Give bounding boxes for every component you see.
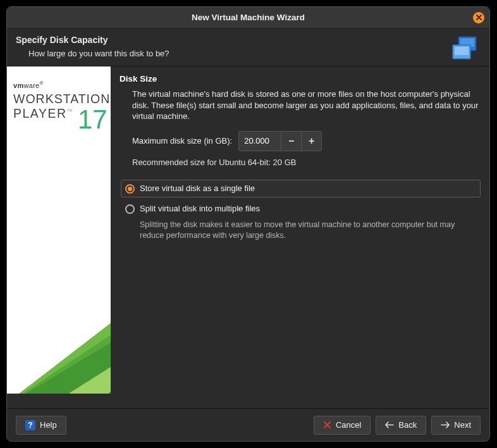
back-button[interactable]: Back bbox=[376, 416, 426, 435]
radio-split-files[interactable]: Split virtual disk into multiple files bbox=[121, 200, 481, 218]
svg-rect-3 bbox=[455, 47, 469, 55]
radio-split-description: Splitting the disk makes it easier to mo… bbox=[140, 220, 474, 241]
back-label: Back bbox=[398, 420, 417, 430]
next-button[interactable]: Next bbox=[431, 416, 481, 435]
disk-description: The virtual machine's hard disk is store… bbox=[132, 89, 481, 122]
disk-mode-radio-group: Store virtual disk as a single file Spli… bbox=[121, 180, 481, 241]
help-button[interactable]: ? Help bbox=[16, 416, 66, 435]
arrow-right-icon bbox=[441, 421, 450, 428]
max-size-label: Maximum disk size (in GB): bbox=[132, 136, 232, 146]
header-subtitle: How large do you want this disk to be? bbox=[28, 49, 481, 58]
radio-split-label: Split virtual disk into multiple files bbox=[140, 204, 260, 213]
radio-single-file[interactable]: Store virtual disk as a single file bbox=[121, 180, 481, 197]
arrow-left-icon bbox=[385, 421, 394, 428]
wizard-header: Specify Disk Capacity How large do you w… bbox=[7, 28, 489, 66]
help-icon: ? bbox=[25, 420, 35, 430]
minus-icon: − bbox=[288, 135, 294, 147]
max-size-spinner: − + bbox=[238, 131, 322, 151]
screens-icon bbox=[450, 35, 478, 63]
side-banner: vmware® WORKSTATION PLAYER™ 17 bbox=[7, 66, 111, 394]
titlebar: New Virtual Machine Wizard bbox=[7, 7, 489, 28]
radio-icon bbox=[125, 184, 135, 194]
help-label: Help bbox=[40, 420, 57, 430]
brand-vmware: vmware® bbox=[13, 80, 110, 89]
radio-icon bbox=[125, 204, 135, 214]
close-button[interactable] bbox=[473, 12, 484, 23]
max-size-input[interactable] bbox=[239, 132, 281, 151]
button-bar: ? Help Cancel Back Next bbox=[7, 408, 489, 441]
wizard-window: New Virtual Machine Wizard Specify Disk … bbox=[6, 6, 490, 442]
section-title: Disk Size bbox=[120, 74, 481, 84]
banner-swoosh-graphic bbox=[7, 267, 111, 394]
plus-icon: + bbox=[309, 135, 314, 147]
wizard-body: vmware® WORKSTATION PLAYER™ 17 Disk Size… bbox=[7, 66, 489, 408]
close-icon bbox=[476, 15, 482, 20]
recommended-size: Recommended size for Ubuntu 64-bit: 20 G… bbox=[132, 158, 481, 167]
cancel-label: Cancel bbox=[336, 420, 361, 430]
increment-button[interactable]: + bbox=[301, 131, 321, 151]
header-title: Specify Disk Capacity bbox=[16, 35, 481, 45]
cancel-button[interactable]: Cancel bbox=[314, 416, 371, 435]
radio-single-label: Store virtual disk as a single file bbox=[140, 184, 255, 193]
content-area: Disk Size The virtual machine's hard dis… bbox=[111, 66, 489, 408]
brand-version: 17 bbox=[78, 104, 107, 135]
decrement-button[interactable]: − bbox=[281, 131, 301, 151]
window-title: New Virtual Machine Wizard bbox=[192, 13, 305, 22]
next-label: Next bbox=[454, 420, 471, 430]
max-size-row: Maximum disk size (in GB): − + bbox=[132, 131, 481, 151]
cancel-icon bbox=[323, 421, 331, 429]
